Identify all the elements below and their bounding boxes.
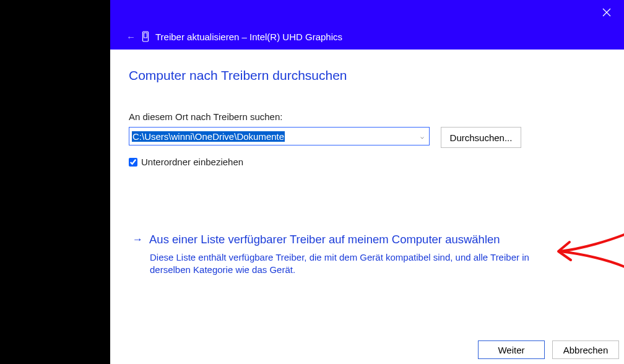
- pick-from-list-option[interactable]: → Aus einer Liste verfügbarer Treiber au…: [132, 233, 607, 277]
- svg-rect-3: [144, 33, 147, 38]
- browse-button[interactable]: Durchsuchen...: [441, 127, 521, 148]
- option-title: Aus einer Liste verfügbarer Treiber auf …: [149, 233, 500, 246]
- dialog-title: Treiber aktualisieren – Intel(R) UHD Gra…: [155, 32, 342, 42]
- arrow-right-icon: →: [132, 233, 143, 246]
- search-location-label: An diesem Ort nach Treibern suchen:: [129, 111, 605, 122]
- include-subfolders-row[interactable]: Unterordner einbeziehen: [129, 157, 605, 167]
- path-value: C:\Users\winni\OneDrive\Dokumente: [132, 131, 285, 142]
- chevron-down-icon[interactable]: ⌵: [420, 133, 424, 140]
- dialog-footer: Weiter Abbrechen: [110, 336, 624, 364]
- cancel-button[interactable]: Abbrechen: [552, 340, 619, 359]
- left-black-region: [0, 0, 110, 364]
- dialog-content: Computer nach Treibern durchsuchen An di…: [110, 50, 624, 336]
- page-heading: Computer nach Treibern durchsuchen: [129, 68, 605, 83]
- option-description: Diese Liste enthält verfügbare Treiber, …: [132, 251, 560, 277]
- back-arrow-icon[interactable]: ←: [126, 32, 136, 42]
- titlebar: ← Treiber aktualisieren – Intel(R) UHD G…: [110, 0, 624, 50]
- include-subfolders-label: Unterordner einbeziehen: [141, 157, 243, 167]
- close-icon[interactable]: [599, 5, 614, 20]
- include-subfolders-checkbox[interactable]: [129, 158, 137, 167]
- update-driver-dialog: ← Treiber aktualisieren – Intel(R) UHD G…: [110, 0, 624, 364]
- path-combobox[interactable]: C:\Users\winni\OneDrive\Dokumente ⌵: [129, 127, 430, 145]
- device-icon: [142, 31, 149, 42]
- next-button[interactable]: Weiter: [478, 340, 545, 359]
